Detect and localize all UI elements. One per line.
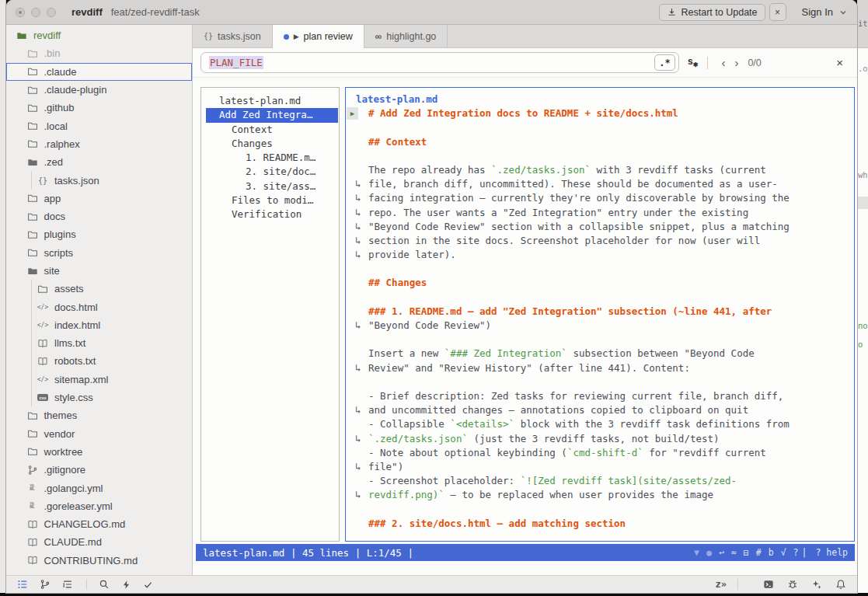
outline-item[interactable]: 2. site/doc… [201,165,339,179]
folder-icon [26,103,39,113]
tree-item-themes[interactable]: themes [6,406,192,424]
git-branch-icon [40,579,51,590]
tree-item-CHANGELOG.md[interactable]: CHANGELOG.md [6,515,192,533]
divider [707,57,708,69]
plan-review-terminal: latest-plan.mdAdd Zed Integra…ContextCha… [193,78,857,575]
zap-button[interactable] [121,580,131,590]
zed-channel-indicator[interactable]: z» [716,579,727,590]
code-icon: </> [37,376,49,383]
tree-item-.gitignore[interactable]: .gitignore [6,461,192,479]
git-branch-name[interactable]: feat/zed-revdiff-task [111,6,200,18]
plan-text-segment: `cmd-shift-d` [567,447,643,458]
regex-toggle-button[interactable]: .* [654,54,675,71]
bug-button[interactable] [787,579,798,590]
tree-item-plugins[interactable]: plugins [6,225,192,243]
panel-icon [17,579,28,590]
close-window-button[interactable] [16,8,25,17]
zoom-window-button[interactable] [47,8,56,17]
outline-item[interactable]: Changes [201,137,339,151]
tree-item-.claude[interactable]: .claude [6,63,192,81]
tree-item-index.html[interactable]: </>index.html [6,316,192,334]
status-icon: ? [793,547,799,558]
cursor-play-icon: ▶ [347,107,358,120]
search-button[interactable] [99,579,110,590]
tree-item-site[interactable]: site [6,262,192,280]
tree-item-style.css[interactable]: cssstyle.css [6,389,192,406]
tree-item-.golangci.yml[interactable]: YAML.golangci.yml [6,479,192,497]
case-sensitive-toggle[interactable]: s✱ [688,56,698,68]
tree-item-.local[interactable]: .local [6,117,192,134]
folder-icon [26,446,39,457]
outline-item[interactable]: 1. README.m… [201,151,339,165]
plan-text-segment: - Note about optional keybinding ( [368,447,567,458]
outline-item[interactable]: latest-plan.md [201,94,339,108]
plan-line: ↳facing integration — currently they're … [346,191,854,205]
tab-tasks-json[interactable]: {}tasks.json [193,25,273,47]
tab-label: plan review [304,31,353,42]
tree-item-vendor[interactable]: vendor [6,425,192,443]
tree-item-.ralphex[interactable]: .ralphex [6,135,192,153]
restart-to-update-button[interactable]: Restart to Update [659,4,765,21]
plan-content-panel[interactable]: latest-plan.md▶# Add Zed Integration doc… [345,87,855,542]
tree-item-revdiff[interactable]: revdiff [6,26,192,44]
tab-highlight-go[interactable]: ∞highlight.go [364,25,448,47]
outline-item[interactable]: 3. site/ass… [201,179,339,193]
close-search-button[interactable]: × [830,56,849,69]
plan-text-segment: for "revdiff current [643,447,766,458]
outline-item[interactable]: Files to modi… [201,193,339,207]
tree-item-app[interactable]: app [6,190,192,207]
plan-line: ↳Review" and "Review History" (after lin… [346,361,854,375]
status-icon: ↩ [719,547,724,558]
outline-item[interactable]: Add Zed Integra… [206,108,338,122]
tree-item-label: plugins [44,228,76,240]
zed-window: revdiff feat/zed-revdiff-task Restart to… [6,0,857,593]
tree-item-.claude-plugin[interactable]: .claude-plugin [6,81,192,99]
minimize-window-button[interactable] [31,8,40,17]
tree-item-go.mod[interactable]: ∞go.mod [6,570,192,575]
tree-item-.zed[interactable]: .zed [6,153,192,171]
tree-item-worktree[interactable]: worktree [6,443,192,461]
previous-match-button[interactable]: ‹ [716,56,730,69]
tree-item-llms.txt[interactable]: llms.txt [6,334,192,352]
tree-item-CONTRIBUTING.md[interactable]: CONTRIBUTING.md [6,552,192,570]
status-icon: ▼ [694,547,699,558]
search-query-text: PLAN_FILE [209,56,263,69]
bell-button[interactable] [835,579,846,590]
panel-button[interactable] [17,579,28,590]
tree-item-docs[interactable]: docs [6,207,192,225]
tree-item-docs.html[interactable]: </>docs.html [6,298,192,315]
tree-item-label: CONTRIBUTING.md [44,555,138,566]
sign-in-button[interactable]: Sign In [802,6,848,18]
outline-item[interactable]: Context [201,123,339,137]
plan-text-segment: with 3 revdiff tasks (current [591,164,766,176]
divider [86,579,87,590]
plan-text-segment: # Add Zed Integration docs to README + s… [368,107,678,119]
wrap-indicator-icon: ↳ [355,432,361,446]
tree-item-.goreleaser.yml[interactable]: YAML.goreleaser.yml [6,497,192,515]
plan-line: ↳file, branch diff, uncommitted). These … [346,177,854,191]
indent-guide [31,298,32,315]
tree-item-sitemap.xml[interactable]: </>sitemap.xml [6,371,192,389]
project-name[interactable]: revdiff [71,6,103,18]
indent-guide [31,334,32,352]
tree-item-CLAUDE.md[interactable]: CLAUDE.md [6,533,192,551]
css-icon: css [37,394,49,401]
sparkles-button[interactable] [811,579,822,590]
tree-item-.github[interactable]: .github [6,99,192,117]
tree-item-robots.txt[interactable]: robots.txt [6,352,192,370]
outline-button[interactable] [62,579,73,590]
tree-item-.bin[interactable]: .bin [6,44,192,62]
tree-item-scripts[interactable]: scripts [6,244,192,262]
tab-plan-review[interactable]: ▶plan review [273,25,364,48]
tree-item-assets[interactable]: assets [6,280,192,298]
next-match-button[interactable]: › [730,56,743,69]
git-branch-button[interactable] [40,579,51,590]
terminal-button[interactable] [763,579,774,590]
search-input[interactable]: PLAN_FILE .* [200,52,679,73]
plan-line: ↳"Beyond Code Review") [346,319,854,333]
tree-item-tasks.json[interactable]: {}tasks.json [6,171,192,189]
outline-item[interactable]: Verification [201,207,339,221]
dismiss-update-button[interactable]: × [769,3,786,21]
plan-text-segment: latest-plan.md [356,93,437,105]
check-button[interactable] [143,580,153,590]
